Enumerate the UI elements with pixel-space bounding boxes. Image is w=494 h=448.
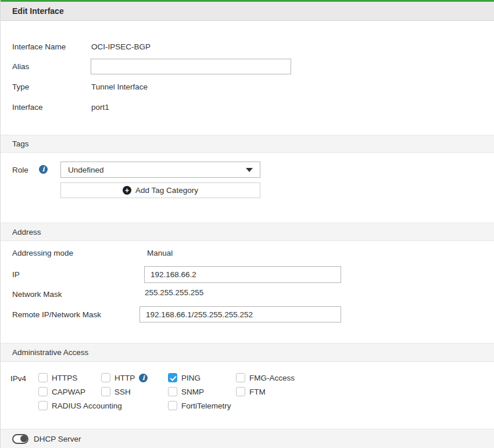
addressing-mode-label: Addressing mode	[12, 249, 73, 257]
checkbox-label: CAPWAP	[52, 388, 85, 396]
checkbox-capwap[interactable]	[38, 387, 48, 396]
checkbox-fmg-access[interactable]	[236, 373, 245, 382]
admin-access-option-radius-accounting[interactable]: RADIUS Accounting	[38, 401, 101, 410]
remote-ip-input[interactable]	[139, 306, 341, 322]
checkbox-label: FortiTelemetry	[181, 402, 231, 410]
addressing-mode-value: Manual	[147, 249, 173, 257]
ipv4-label: IPv4	[10, 374, 26, 383]
alias-label: Alias	[12, 62, 29, 71]
admin-access-option-ssh[interactable]: SSH	[101, 387, 168, 396]
ip-label: IP	[12, 270, 20, 279]
add-tag-category-label: Add Tag Category	[135, 186, 198, 195]
alias-input[interactable]	[91, 59, 291, 74]
checkbox-label: SNMP	[181, 388, 204, 396]
checkbox-label: HTTPS	[52, 374, 77, 382]
network-mask-label: Network Mask	[12, 290, 62, 299]
add-tag-category-button[interactable]: + Add Tag Category	[60, 182, 260, 198]
plus-icon: +	[123, 186, 131, 195]
dhcp-server-section-header: DHCP Server	[1, 429, 494, 448]
checkbox-label: RADIUS Accounting	[52, 402, 122, 410]
type-value: Tunnel Interface	[91, 83, 148, 91]
ip-input[interactable]	[144, 266, 341, 283]
type-label: Type	[12, 83, 29, 91]
role-label: Role	[12, 166, 28, 174]
dhcp-server-label: DHCP Server	[34, 435, 81, 443]
checkbox-snmp[interactable]	[168, 387, 177, 396]
tags-section-header: Tags	[1, 135, 494, 153]
admin-access-option-ping[interactable]: PING	[168, 373, 236, 382]
network-mask-value: 255.255.255.255	[145, 288, 203, 297]
checkbox-label: HTTP	[114, 374, 135, 382]
checkbox-http[interactable]	[101, 373, 110, 382]
tags-section-title: Tags	[12, 139, 29, 148]
admin-access-option-capwap[interactable]: CAPWAP	[38, 387, 101, 396]
remote-ip-label: Remote IP/Network Mask	[12, 310, 101, 319]
checkbox-fortitelemetry[interactable]	[168, 401, 177, 410]
page-header: Edit Interface	[1, 2, 494, 21]
checkbox-radius-accounting[interactable]	[38, 401, 48, 410]
checkbox-ftm[interactable]	[236, 387, 245, 396]
interface-label: Interface	[12, 103, 43, 112]
role-select[interactable]: Undefined	[60, 162, 260, 178]
checkbox-label: FMG-Access	[249, 374, 295, 382]
address-section-title: Address	[12, 228, 41, 236]
checkbox-https[interactable]	[38, 373, 48, 382]
admin-access-option-fmg-access[interactable]: FMG-Access	[236, 373, 488, 382]
role-select-value: Undefined	[68, 166, 104, 174]
edit-interface-page: Edit Interface Interface Name OCI-IPSEC-…	[0, 0, 494, 448]
interface-name-value: OCI-IPSEC-BGP	[91, 42, 151, 51]
admin-access-option-snmp[interactable]: SNMP	[168, 387, 236, 396]
ipv4-access-checkbox-grid: HTTPS HTTP i PING FMG-Access CAPWAP SSH …	[38, 371, 488, 413]
interface-name-label: Interface Name	[12, 42, 66, 51]
admin-access-option-ftm[interactable]: FTM	[236, 387, 488, 396]
checkbox-label: FTM	[249, 388, 266, 396]
interface-value: port1	[91, 103, 109, 112]
checkbox-label: SSH	[114, 388, 131, 396]
checkbox-ping[interactable]	[168, 373, 177, 382]
chevron-down-icon	[246, 168, 253, 172]
role-info-icon[interactable]: i	[39, 165, 48, 174]
checkbox-ssh[interactable]	[101, 387, 110, 396]
page-title: Edit Interface	[12, 6, 64, 16]
checkbox-label: PING	[181, 374, 201, 382]
admin-access-section-header: Administrative Access	[1, 343, 494, 362]
toggle-knob-icon	[20, 435, 27, 442]
admin-access-option-http[interactable]: HTTP i	[101, 373, 168, 382]
admin-access-option-fortitelemetry[interactable]: FortiTelemetry	[168, 401, 236, 410]
admin-access-section-title: Administrative Access	[12, 348, 88, 357]
dhcp-server-toggle[interactable]	[12, 434, 28, 444]
admin-access-option-https[interactable]: HTTPS	[38, 373, 101, 382]
address-section-header: Address	[1, 223, 494, 241]
http-info-icon[interactable]: i	[139, 374, 148, 382]
